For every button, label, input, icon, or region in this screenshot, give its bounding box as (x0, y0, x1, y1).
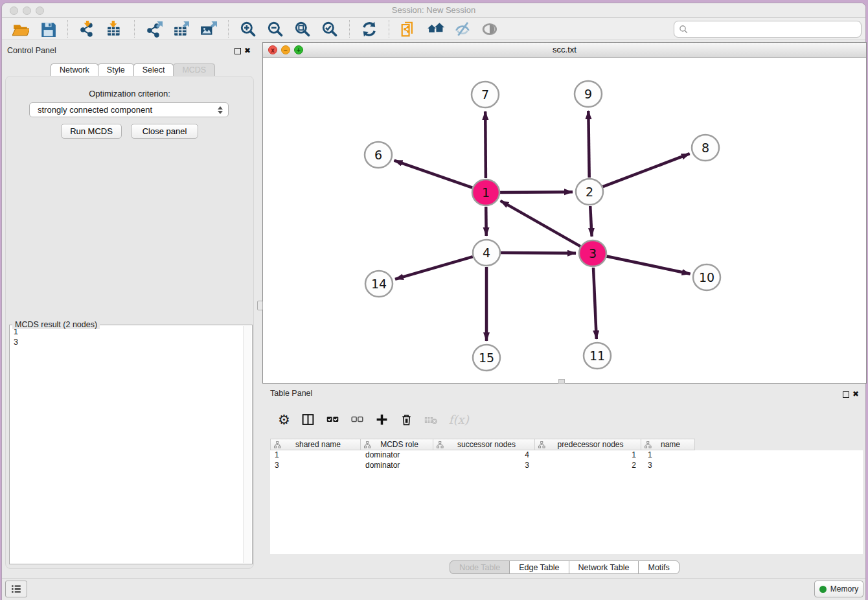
edge-1-6[interactable] (394, 161, 473, 188)
tab-network[interactable]: Network (51, 63, 98, 76)
edge-1-7[interactable] (485, 111, 486, 178)
network-maximize-icon[interactable]: + (294, 45, 303, 54)
edge-2-9[interactable] (588, 111, 589, 178)
column-header-MCDS-role[interactable]: MCDS role (360, 439, 433, 450)
graph-node-8[interactable]: 8 (692, 135, 719, 161)
home-icon[interactable] (426, 20, 446, 38)
run-mcds-button[interactable]: Run MCDS (61, 124, 122, 139)
graph-node-4[interactable]: 4 (473, 240, 500, 266)
column-header-name[interactable]: name (641, 439, 695, 450)
mcds-result-scrollbar[interactable] (243, 326, 251, 563)
table-cell[interactable]: 3 (270, 461, 361, 471)
table-cell[interactable]: dominator (361, 461, 434, 471)
table-row[interactable]: 1dominator411 (270, 450, 863, 461)
graph-node-2[interactable]: 2 (576, 179, 603, 205)
column-header-shared-name[interactable]: shared name (270, 439, 361, 450)
table-cell[interactable]: 3 (434, 461, 536, 471)
zoom-window-icon[interactable] (36, 6, 44, 15)
table-cell[interactable]: 1 (270, 450, 361, 461)
open-session-icon[interactable] (11, 20, 30, 38)
graph-node-7[interactable]: 7 (472, 82, 499, 108)
network-from-file-icon[interactable] (399, 20, 418, 38)
export-table-icon[interactable] (172, 20, 191, 38)
edge-2-3[interactable] (590, 206, 591, 237)
control-panel-close-icon[interactable]: ✖ (244, 47, 251, 54)
table-panel-close-icon[interactable]: ✖ (852, 390, 859, 398)
graph-node-1[interactable]: 1 (472, 179, 499, 205)
table-cell[interactable]: 4 (434, 450, 536, 461)
tab-edge-table[interactable]: Edge Table (509, 560, 569, 574)
graph-node-15[interactable]: 15 (473, 345, 500, 371)
network-close-icon[interactable]: x (268, 45, 277, 54)
delete-row-icon[interactable] (400, 413, 413, 426)
close-window-icon[interactable] (10, 6, 18, 15)
table-panel-float-icon[interactable] (843, 391, 849, 398)
mcds-result-group: 1 3 (9, 325, 253, 564)
import-table-icon[interactable] (105, 20, 124, 38)
edge-3-11[interactable] (593, 268, 597, 339)
tab-motifs[interactable]: Motifs (638, 560, 679, 574)
birds-eye-icon[interactable] (481, 20, 500, 38)
search-input[interactable] (689, 25, 861, 34)
node-label: 1 (482, 185, 490, 200)
toolbar-separator (228, 20, 229, 38)
tab-node-table[interactable]: Node Table (450, 560, 510, 574)
edge-3-1[interactable] (501, 201, 580, 246)
node-label: 10 (699, 270, 714, 284)
column-header-predecessor-nodes[interactable]: predecessor nodes (534, 439, 641, 450)
add-row-icon[interactable] (375, 413, 389, 426)
graph-node-10[interactable]: 10 (693, 264, 720, 290)
graph-node-11[interactable]: 11 (584, 343, 611, 369)
search-box[interactable] (674, 21, 862, 38)
panel-splitter-grip[interactable] (257, 301, 263, 310)
tab-select[interactable]: Select (133, 63, 174, 76)
network-resize-grip[interactable] (558, 379, 565, 384)
tab-style[interactable]: Style (98, 63, 134, 76)
edge-4-14[interactable] (395, 257, 473, 279)
zoom-selected-icon[interactable] (320, 20, 339, 38)
graph-node-6[interactable]: 6 (365, 142, 392, 168)
save-session-icon[interactable] (38, 20, 58, 38)
close-panel-button[interactable]: Close panel (131, 124, 198, 139)
table-settings-icon[interactable]: ⚙ (278, 413, 290, 426)
edge-3-10[interactable] (607, 257, 691, 274)
network-canvas[interactable]: 7968124314101511 (263, 58, 866, 383)
deselect-all-icon[interactable] (350, 413, 364, 426)
network-minimize-icon[interactable]: − (281, 45, 290, 54)
column-browser-icon[interactable] (301, 413, 315, 426)
table-cell[interactable]: 3 (643, 461, 698, 471)
tab-mcds[interactable]: MCDS (173, 63, 215, 76)
column-header-successor-nodes[interactable]: successor nodes (433, 439, 535, 450)
select-all-icon[interactable] (326, 413, 339, 426)
edge-4-3[interactable] (501, 253, 576, 253)
network-view-titlebar[interactable]: x − + scc.txt (263, 43, 866, 58)
table-cell[interactable]: 1 (536, 450, 643, 461)
import-network-icon[interactable] (78, 20, 97, 38)
control-panel-float-icon[interactable] (234, 48, 241, 54)
mcds-result-text[interactable]: 1 3 (14, 327, 18, 347)
zoom-in-icon[interactable] (238, 20, 258, 38)
refresh-layout-icon[interactable] (360, 20, 379, 38)
table-cell[interactable]: 1 (643, 450, 698, 461)
zoom-out-icon[interactable] (266, 20, 285, 38)
export-image-icon[interactable] (199, 20, 218, 38)
edge-1-2[interactable] (500, 192, 573, 192)
node-label: 9 (584, 87, 592, 101)
table-cell[interactable]: 2 (536, 461, 643, 471)
zoom-fit-icon[interactable] (293, 20, 312, 38)
export-network-icon[interactable] (144, 20, 164, 38)
graph-node-9[interactable]: 9 (575, 81, 602, 107)
task-history-button[interactable] (5, 581, 27, 597)
table-cell[interactable]: dominator (361, 450, 434, 461)
tab-network-table[interactable]: Network Table (569, 560, 639, 574)
node-label: 6 (374, 148, 382, 162)
edge-1-4[interactable] (486, 207, 486, 236)
table-row[interactable]: 3dominator323 (270, 461, 863, 471)
graph-node-3[interactable]: 3 (579, 240, 606, 266)
hide-panel-icon[interactable] (453, 20, 473, 38)
memory-button[interactable]: Memory (814, 581, 863, 597)
minimize-window-icon[interactable] (23, 6, 31, 15)
edge-2-8[interactable] (603, 154, 690, 187)
criterion-dropdown[interactable]: strongly connected component (29, 102, 229, 117)
graph-node-14[interactable]: 14 (365, 271, 393, 297)
